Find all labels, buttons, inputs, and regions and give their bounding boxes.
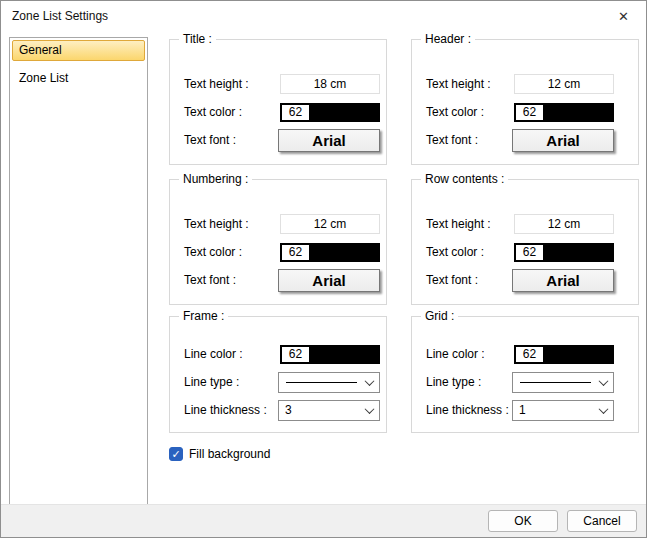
titlebar: Zone List Settings ✕ — [1, 1, 646, 31]
color-swatch — [543, 105, 612, 120]
numbering-text-color-picker[interactable]: 62 — [280, 243, 380, 262]
frame-line-color-picker[interactable]: 62 — [280, 345, 380, 364]
grid-line-color-picker[interactable]: 62 — [514, 345, 614, 364]
chevron-down-icon — [593, 401, 613, 420]
fill-background-checkbox[interactable]: ✓ Fill background — [169, 447, 270, 461]
header-text-color-row: Text color : 62 — [412, 98, 638, 126]
title-text-font-button[interactable]: Arial — [278, 129, 380, 152]
group-box-title: Title : Text height : Text color : 62 Te… — [169, 39, 387, 165]
frame-line-type-row: Line type : — [170, 368, 386, 396]
group-box-header: Header : Text height : Text color : 62 T… — [411, 39, 639, 165]
title-text-height-input[interactable] — [280, 74, 380, 94]
line-type-label: Line type : — [426, 375, 481, 389]
title-text-font-row: Text font : Arial — [170, 126, 386, 154]
group-box-frame: Frame : Line color : 62 Line type : Line… — [169, 316, 387, 433]
close-icon[interactable]: ✕ — [601, 1, 646, 31]
color-swatch — [543, 347, 612, 362]
color-index: 62 — [282, 347, 309, 362]
fill-background-label: Fill background — [189, 447, 270, 461]
zone-list-settings-dialog: Zone List Settings ✕ General Zone List T… — [0, 0, 647, 538]
frame-line-thickness-select[interactable]: 3 — [278, 400, 380, 421]
color-index: 62 — [282, 245, 309, 260]
color-index: 62 — [516, 347, 543, 362]
text-font-label: Text font : — [426, 273, 478, 287]
sidebar-item-label: Zone List — [19, 71, 68, 85]
header-text-color-picker[interactable]: 62 — [514, 103, 614, 122]
line-thickness-value: 3 — [279, 403, 359, 417]
row-contents-text-font-row: Text font : Arial — [412, 266, 638, 294]
grid-line-thickness-select[interactable]: 1 — [512, 400, 614, 421]
chevron-down-icon — [593, 373, 613, 392]
frame-line-type-select[interactable] — [278, 372, 380, 393]
line-color-label: Line color : — [426, 347, 485, 361]
group-box-numbering: Numbering : Text height : Text color : 6… — [169, 179, 387, 305]
grid-line-thickness-row: Line thickness : 1 — [412, 396, 638, 424]
header-text-height-input[interactable] — [514, 74, 614, 94]
text-color-label: Text color : — [426, 245, 484, 259]
text-height-label: Text height : — [426, 77, 491, 91]
group-box-row-contents: Row contents : Text height : Text color … — [411, 179, 639, 305]
group-title-legend: Title : — [179, 32, 216, 46]
text-font-label: Text font : — [184, 273, 236, 287]
text-height-label: Text height : — [184, 217, 249, 231]
sidebar-item-label: General — [19, 43, 62, 57]
numbering-text-height-input[interactable] — [280, 214, 380, 234]
frame-line-thickness-row: Line thickness : 3 — [170, 396, 386, 424]
text-color-label: Text color : — [184, 105, 242, 119]
grid-line-color-row: Line color : 62 — [412, 340, 638, 368]
title-text-height-row: Text height : — [170, 70, 386, 98]
color-swatch — [543, 245, 612, 260]
numbering-text-color-row: Text color : 62 — [170, 238, 386, 266]
text-height-label: Text height : — [184, 77, 249, 91]
grid-line-type-row: Line type : — [412, 368, 638, 396]
grid-line-type-select[interactable] — [512, 372, 614, 393]
group-numbering-legend: Numbering : — [179, 172, 252, 186]
color-swatch — [309, 105, 378, 120]
header-text-font-button[interactable]: Arial — [512, 129, 614, 152]
title-text-color-picker[interactable]: 62 — [280, 103, 380, 122]
text-color-label: Text color : — [184, 245, 242, 259]
row-contents-text-height-input[interactable] — [514, 214, 614, 234]
header-text-font-row: Text font : Arial — [412, 126, 638, 154]
cancel-button[interactable]: Cancel — [567, 510, 637, 532]
numbering-text-font-row: Text font : Arial — [170, 266, 386, 294]
frame-line-color-row: Line color : 62 — [170, 340, 386, 368]
text-height-label: Text height : — [426, 217, 491, 231]
numbering-text-font-button[interactable]: Arial — [278, 269, 380, 292]
sidebar-item-zone-list[interactable]: Zone List — [12, 68, 145, 89]
color-index: 62 — [516, 105, 543, 120]
line-thickness-label: Line thickness : — [426, 403, 509, 417]
group-frame-legend: Frame : — [179, 309, 228, 323]
checkmark-icon: ✓ — [169, 447, 183, 461]
color-index: 62 — [516, 245, 543, 260]
category-list: General Zone List — [9, 37, 148, 505]
group-box-grid: Grid : Line color : 62 Line type : Line … — [411, 316, 639, 433]
row-contents-text-font-button[interactable]: Arial — [512, 269, 614, 292]
row-contents-text-color-picker[interactable]: 62 — [514, 243, 614, 262]
text-font-label: Text font : — [426, 133, 478, 147]
color-swatch — [309, 245, 378, 260]
group-header-legend: Header : — [421, 32, 475, 46]
text-font-label: Text font : — [184, 133, 236, 147]
dialog-footer: OK Cancel — [1, 504, 646, 537]
group-row-contents-legend: Row contents : — [421, 172, 508, 186]
title-text-color-row: Text color : 62 — [170, 98, 386, 126]
text-color-label: Text color : — [426, 105, 484, 119]
solid-line-preview — [286, 382, 357, 383]
color-swatch — [309, 347, 378, 362]
ok-button[interactable]: OK — [488, 510, 558, 532]
solid-line-preview — [520, 382, 591, 383]
row-contents-text-color-row: Text color : 62 — [412, 238, 638, 266]
row-contents-text-height-row: Text height : — [412, 210, 638, 238]
line-thickness-label: Line thickness : — [184, 403, 267, 417]
group-grid-legend: Grid : — [421, 309, 458, 323]
chevron-down-icon — [359, 373, 379, 392]
window-title: Zone List Settings — [1, 9, 108, 23]
chevron-down-icon — [359, 401, 379, 420]
line-type-label: Line type : — [184, 375, 239, 389]
header-text-height-row: Text height : — [412, 70, 638, 98]
line-color-label: Line color : — [184, 347, 243, 361]
color-index: 62 — [282, 105, 309, 120]
sidebar-item-general[interactable]: General — [12, 40, 145, 61]
line-thickness-value: 1 — [513, 403, 593, 417]
